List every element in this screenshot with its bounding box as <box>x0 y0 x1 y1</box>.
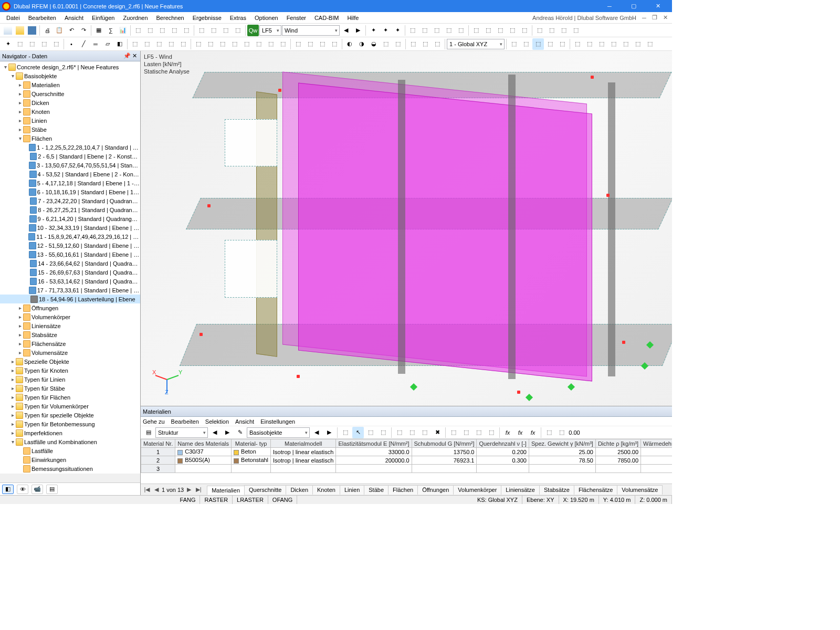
mt-precision-button[interactable]: 0.00 <box>569 427 580 438</box>
tree-item[interactable]: ▸Typen für spezielle Objekte <box>0 411 140 419</box>
t2-f3[interactable]: ⬚ <box>153 38 165 50</box>
tree-item[interactable]: ▸Typen für Volumenkörper <box>0 402 140 411</box>
tbtn-h[interactable]: ⬚ <box>220 25 232 36</box>
navigator-tree[interactable]: ▾Concrete design_2.rf6* | Neue Features▾… <box>0 61 140 474</box>
tree-item[interactable]: ▾Flächen <box>0 134 140 143</box>
t2-solid[interactable]: ◧ <box>114 38 125 50</box>
t2-i1[interactable]: ⬚ <box>407 38 419 50</box>
t2-g7[interactable]: ⬚ <box>265 38 277 50</box>
table-tab[interactable]: Dicken <box>286 485 313 495</box>
menu-fenster[interactable]: Fenster <box>282 14 310 22</box>
mt-fx-button[interactable]: fx <box>502 427 513 438</box>
tbtn-i[interactable]: ⬚ <box>232 25 244 36</box>
mt-t8[interactable]: ⬚ <box>460 427 472 438</box>
tree-item[interactable]: 4 - 53,52 | Standard | Ebene | 2 - Konst… <box>0 170 140 178</box>
tbtn-v2[interactable]: ✦ <box>380 25 391 36</box>
t2-i2[interactable]: ⬚ <box>419 38 431 50</box>
tbtn-v10[interactable]: ⬚ <box>482 25 494 36</box>
tbtn-v1[interactable]: ✦ <box>368 25 379 36</box>
matmenu-ansicht[interactable]: Ansicht <box>235 418 254 425</box>
tbtn-d[interactable]: ⬚ <box>169 25 180 36</box>
t2-a[interactable]: ✦ <box>2 38 14 50</box>
tbtn-v9[interactable]: ⬚ <box>470 25 482 36</box>
tree-item[interactable]: 15 - 26,69,67,63 | Standard | Quadrangel <box>0 268 140 277</box>
t2-g6[interactable]: ⬚ <box>253 38 265 50</box>
status-ofang[interactable]: OFANG <box>268 496 298 504</box>
t2-k1[interactable]: ⬚ <box>572 38 583 50</box>
matmenu-bearbeiten[interactable]: Bearbeiten <box>171 418 199 425</box>
status-lraster[interactable]: LRASTER <box>233 496 268 504</box>
mt-t4[interactable]: ⬚ <box>394 427 405 438</box>
mt-t3[interactable]: ⬚ <box>377 427 389 438</box>
mt-fx2-button[interactable]: fx <box>514 427 526 438</box>
t2-i3[interactable]: ⬚ <box>432 38 443 50</box>
mt-next-button[interactable]: ▶ <box>222 427 233 438</box>
mt-t5[interactable]: ⬚ <box>406 427 418 438</box>
tree-item[interactable]: ▸Typen für Stäbe <box>0 384 140 393</box>
t2-e[interactable]: ⬚ <box>50 38 62 50</box>
3d-viewport[interactable]: LF5 - Wind Lasten [kN/m²] Statische Anal… <box>141 51 672 406</box>
mt-prev-button[interactable]: ◀ <box>209 427 220 438</box>
t2-3d[interactable]: ⬚ <box>380 38 392 50</box>
tbtn-v6[interactable]: ⬚ <box>431 25 443 36</box>
status-raster[interactable]: RASTER <box>200 496 233 504</box>
t2-view2[interactable]: ◑ <box>356 38 368 50</box>
matmenu-selektion[interactable]: Selektion <box>205 418 229 425</box>
mt-next2-button[interactable]: ▶ <box>323 427 335 438</box>
t2-b[interactable]: ⬚ <box>14 38 26 50</box>
menu-datei[interactable]: Datei <box>2 14 24 22</box>
t2-h2[interactable]: ⬚ <box>304 38 316 50</box>
navtab-data-icon[interactable]: ◧ <box>2 485 14 494</box>
mt-struct-icon[interactable]: ▤ <box>143 427 154 438</box>
tree-item[interactable]: 2 - 6,5 | Standard | Ebene | 2 - Konstan… <box>0 152 140 161</box>
menu-einfuegen[interactable]: Einfügen <box>88 14 119 22</box>
navtab-views-icon[interactable]: 📹 <box>32 485 43 494</box>
lf-code-dropdown[interactable]: LF5 <box>259 25 281 36</box>
rec-last-button[interactable]: ▶| <box>194 486 203 493</box>
t2-view3[interactable]: ◒ <box>368 38 380 50</box>
tree-item[interactable]: ▸Stäbe <box>0 125 140 134</box>
tree-item[interactable]: 8 - 26,27,25,21 | Standard | Quadrangel … <box>0 205 140 214</box>
t2-j3[interactable]: ⬚ <box>544 38 556 50</box>
t2-h4[interactable]: ⬚ <box>329 38 340 50</box>
mt-t1[interactable]: ⬚ <box>340 427 351 438</box>
tbtn-v11[interactable]: ⬚ <box>495 25 506 36</box>
tree-item[interactable]: ▸Volumensätze <box>0 348 140 357</box>
mt-delete-button[interactable]: ✖ <box>432 427 443 438</box>
matmenu-einstellungen[interactable]: Einstellungen <box>260 418 295 425</box>
tbtn-v8[interactable]: ⬚ <box>455 25 467 36</box>
tree-item[interactable]: 11 - 15,8,9,26,47,49,46,23,29,16,12 | St… <box>0 232 140 241</box>
qw-button[interactable]: Qw <box>247 25 259 36</box>
tree-item[interactable]: ▸Linien <box>0 116 140 125</box>
t2-line[interactable]: ╱ <box>78 38 89 50</box>
tbtn-v5[interactable]: ⬚ <box>419 25 430 36</box>
tree-item[interactable]: 12 - 51,59,12,60 | Standard | Ebene | 1 … <box>0 241 140 250</box>
t2-f1[interactable]: ⬚ <box>129 38 141 50</box>
mt-select-toggle[interactable]: ↖ <box>352 427 364 438</box>
t2-g3[interactable]: ⬚ <box>217 38 228 50</box>
lf-next-button[interactable]: ▶ <box>352 25 364 36</box>
tree-item[interactable]: ▾Lastfälle und Kombinationen <box>0 437 140 446</box>
results-button[interactable]: 📊 <box>117 25 129 36</box>
t2-j1[interactable]: ⬚ <box>508 38 520 50</box>
t2-k2[interactable]: ⬚ <box>584 38 595 50</box>
table-tab[interactable]: Öffnungen <box>417 485 454 495</box>
t2-h1[interactable]: ⬚ <box>292 38 304 50</box>
table-tab[interactable]: Liniensätze <box>501 485 540 495</box>
tbtn-v14[interactable]: ⬚ <box>534 25 545 36</box>
table-tab[interactable]: Volumenkörper <box>453 485 501 495</box>
tbtn-a[interactable]: ⬚ <box>132 25 144 36</box>
mt-t11[interactable]: ⬚ <box>543 427 555 438</box>
table-tab[interactable]: Flächensätze <box>574 485 617 495</box>
tree-item[interactable]: Lastfälle <box>0 446 140 455</box>
close-button[interactable]: ✕ <box>646 0 670 12</box>
nav-hscroll[interactable] <box>0 474 140 482</box>
tbtn-v16[interactable]: ⬚ <box>558 25 570 36</box>
tree-item[interactable]: 9 - 6,21,14,20 | Standard | Quadrangel |… <box>0 214 140 223</box>
calc-button[interactable]: ∑ <box>105 25 117 36</box>
tree-item[interactable]: ▸Materialien <box>0 80 140 89</box>
redo-button[interactable]: ↷ <box>78 25 89 36</box>
menu-extras[interactable]: Extras <box>226 14 250 22</box>
tree-item[interactable]: ▸Typen für Knoten <box>0 366 140 375</box>
t2-j2[interactable]: ⬚ <box>520 38 532 50</box>
